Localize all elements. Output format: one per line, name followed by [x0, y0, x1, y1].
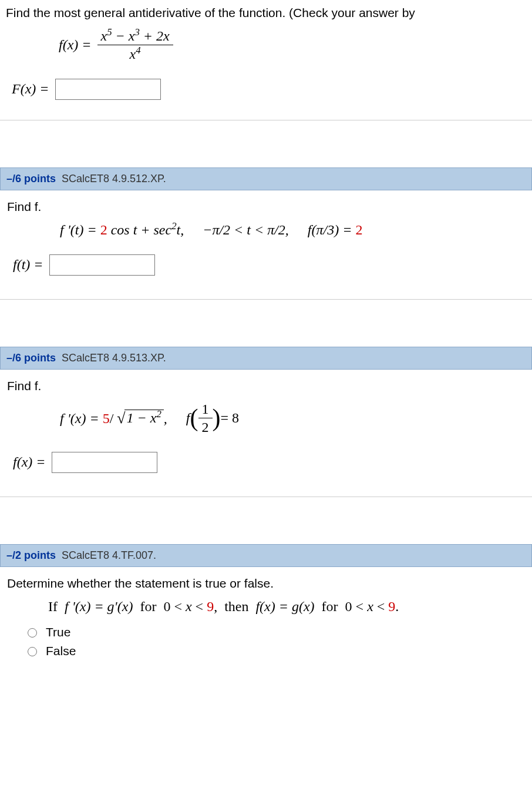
q1-answer-row: F(x) = — [12, 79, 526, 100]
q2-initial: f(π/3) = 2 — [308, 222, 363, 238]
q4-body: Determine whether the statement is true … — [0, 567, 532, 680]
q3-ref: SCalcET8 4.9.513.XP. — [62, 352, 166, 364]
spacer — [0, 120, 532, 167]
q1-answer-input[interactable] — [55, 79, 161, 100]
question-4: –/2 points SCalcET8 4.TF.007. Determine … — [0, 544, 532, 680]
q4-option-false[interactable]: False — [25, 644, 525, 658]
q2-answer-input[interactable] — [49, 254, 155, 276]
q4-false-label: False — [46, 644, 76, 658]
q2-ref: SCalcET8 4.9.512.XP. — [62, 173, 166, 185]
q3-answer-row: f(x) = — [13, 452, 525, 473]
q3-answer-input[interactable] — [52, 452, 157, 473]
q1-denominator: x4 — [126, 45, 144, 62]
q2-domain: −π/2 < t < π/2, — [203, 222, 289, 238]
q3-header: –/6 points SCalcET8 4.9.513.XP. — [0, 347, 532, 370]
q2-answer-row: f(t) = — [13, 254, 525, 276]
q4-option-true[interactable]: True — [25, 625, 525, 639]
q4-ref: SCalcET8 4.TF.007. — [62, 549, 156, 561]
q1-function: f(x) = x5 − x3 + 2x x4 — [59, 28, 526, 62]
q1-prompt: Find the most general antiderivative of … — [6, 6, 526, 20]
question-3: –/6 points SCalcET8 4.9.513.XP. Find f. … — [0, 347, 532, 497]
q1-fraction: x5 − x3 + 2x x4 — [97, 28, 173, 62]
spacer — [0, 300, 532, 347]
q2-expression: f '(t) = 2 cos t + sec2t, −π/2 < t < π/2… — [60, 222, 525, 238]
q4-radio-false[interactable] — [28, 647, 37, 656]
q3-answer-label: f(x) = — [13, 454, 46, 470]
q2-body: Find f. f '(t) = 2 cos t + sec2t, −π/2 <… — [0, 190, 532, 300]
q3-points: –/6 points — [6, 352, 56, 364]
question-1: Find the most general antiderivative of … — [0, 0, 532, 120]
q3-initial: f ( 1 2 ) = 8 — [186, 401, 239, 435]
q4-points: –/2 points — [6, 549, 56, 561]
sqrt-icon: √ 1 − x2 — [117, 410, 164, 427]
q4-radio-true[interactable] — [28, 628, 37, 638]
q2-header: –/6 points SCalcET8 4.9.512.XP. — [0, 167, 532, 190]
q3-expression: f '(x) = 5/ √ 1 − x2 , f ( 1 2 ) = 8 — [60, 401, 525, 435]
q4-header: –/2 points SCalcET8 4.TF.007. — [0, 544, 532, 567]
q2-prompt: Find f. — [7, 200, 525, 214]
q2-points: –/6 points — [6, 173, 56, 185]
q1-numerator: x5 − x3 + 2x — [97, 28, 173, 45]
spacer — [0, 497, 532, 544]
q3-prompt: Find f. — [7, 379, 525, 393]
q3-body: Find f. f '(x) = 5/ √ 1 − x2 , f ( 1 2 — [0, 370, 532, 497]
question-2: –/6 points SCalcET8 4.9.512.XP. Find f. … — [0, 167, 532, 300]
q2-answer-label: f(t) = — [13, 257, 43, 273]
q1-answer-label: F(x) = — [12, 81, 49, 97]
q1-lhs: f(x) = — [59, 37, 92, 53]
q4-prompt: Determine whether the statement is true … — [7, 576, 525, 591]
q4-statement: If f '(x) = g'(x) for 0 < x < 9, then f(… — [48, 599, 525, 615]
q4-true-label: True — [46, 625, 70, 639]
